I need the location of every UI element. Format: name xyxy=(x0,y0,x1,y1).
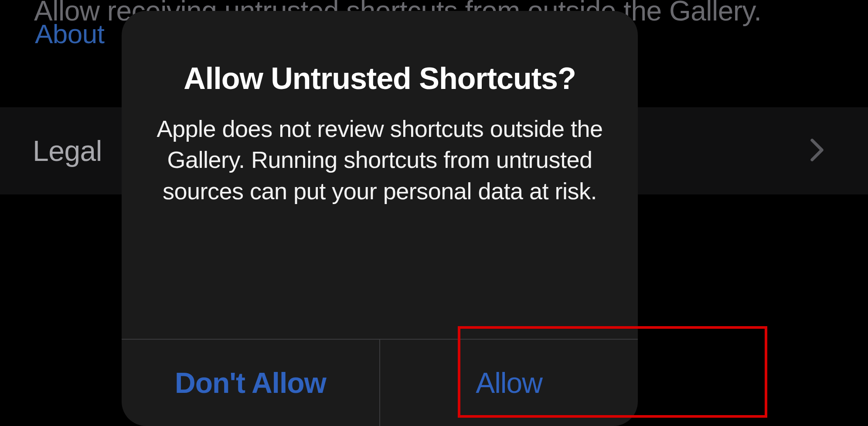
allow-button[interactable]: Allow xyxy=(380,340,638,426)
dialog-button-row: Don't Allow Allow xyxy=(122,339,638,426)
dialog-title: Allow Untrusted Shortcuts? xyxy=(184,61,576,96)
legal-row-label: Legal xyxy=(33,134,102,167)
about-link[interactable]: About xyxy=(35,18,105,49)
confirmation-dialog: Allow Untrusted Shortcuts? Apple does no… xyxy=(122,11,638,426)
dialog-message: Apple does not review shortcuts outside … xyxy=(152,113,607,207)
dont-allow-button[interactable]: Don't Allow xyxy=(122,340,380,426)
chevron-right-icon xyxy=(810,138,824,164)
dialog-body: Allow Untrusted Shortcuts? Apple does no… xyxy=(122,11,638,339)
